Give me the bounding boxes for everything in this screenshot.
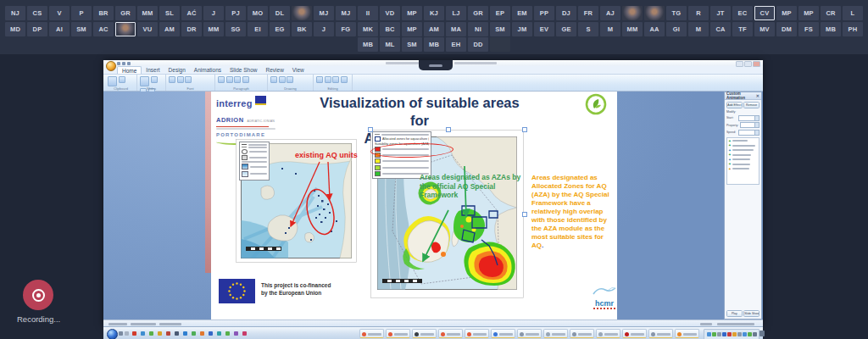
pane-dropdown[interactable] bbox=[740, 122, 760, 128]
participant-tile[interactable]: NI bbox=[468, 22, 488, 36]
quicklaunch-icon[interactable] bbox=[141, 331, 145, 336]
participant-tile[interactable]: BC bbox=[380, 22, 400, 36]
taskbar-window-button[interactable] bbox=[675, 329, 699, 338]
quicklaunch-icon[interactable] bbox=[166, 331, 170, 336]
pane-dropdown[interactable] bbox=[738, 130, 760, 136]
participant-tile[interactable]: MP bbox=[798, 6, 819, 20]
taskbar-window-button[interactable] bbox=[596, 329, 620, 338]
quick-access-toolbar[interactable] bbox=[117, 62, 131, 65]
participant-tile[interactable]: EV bbox=[534, 22, 554, 36]
participant-tile[interactable]: MP bbox=[776, 6, 797, 20]
participant-tile[interactable]: J bbox=[203, 6, 224, 20]
participant-tile[interactable]: TF bbox=[732, 22, 753, 36]
participant-tile[interactable]: AJ bbox=[600, 6, 620, 20]
add-effect-button[interactable]: Add Effect bbox=[726, 102, 743, 108]
participant-tile[interactable]: EH bbox=[446, 37, 466, 52]
participant-tile[interactable]: ML bbox=[380, 37, 400, 52]
participant-tile[interactable]: MP bbox=[402, 22, 422, 36]
taskbar-window-button[interactable] bbox=[386, 329, 410, 338]
slideshow-button[interactable]: Slide Show bbox=[743, 310, 760, 317]
taskbar-window-button[interactable] bbox=[517, 329, 542, 338]
participant-tile[interactable]: SG bbox=[225, 22, 246, 36]
participant-tile[interactable]: FS bbox=[798, 22, 819, 36]
quicklaunch-icon[interactable] bbox=[200, 331, 204, 336]
participant-tile[interactable]: PH bbox=[843, 22, 863, 36]
quicklaunch-icon[interactable] bbox=[209, 331, 213, 336]
participant-tile[interactable]: M bbox=[600, 22, 620, 36]
ribbon-tab-animations[interactable]: Animations bbox=[190, 66, 225, 74]
taskbar-window-button[interactable] bbox=[570, 329, 594, 338]
participant-tile[interactable]: MB bbox=[424, 37, 444, 52]
participant-tile[interactable]: DL bbox=[270, 6, 290, 20]
ribbon-group-editing[interactable]: Editing bbox=[314, 75, 353, 91]
participant-tile[interactable]: MP bbox=[402, 6, 422, 20]
participant-tile[interactable]: KJ bbox=[424, 6, 444, 20]
taskbar-window-button[interactable] bbox=[622, 329, 647, 338]
participant-tile[interactable]: L bbox=[843, 6, 863, 20]
participant-tile[interactable]: R bbox=[688, 6, 709, 20]
folders-icon[interactable] bbox=[125, 331, 129, 336]
participant-tile[interactable]: V bbox=[49, 6, 70, 20]
participant-tile[interactable]: JM bbox=[512, 22, 532, 36]
participant-tile[interactable]: GE bbox=[556, 22, 576, 36]
participant-tile[interactable]: EP bbox=[490, 6, 510, 20]
taskbar-window-button[interactable] bbox=[491, 329, 515, 338]
desktop-peek-icon[interactable] bbox=[760, 331, 765, 336]
participant-empty-tile[interactable] bbox=[490, 37, 510, 52]
quicklaunch-icon[interactable] bbox=[234, 331, 238, 336]
participant-tile[interactable]: MV bbox=[754, 22, 775, 36]
tray-icon[interactable] bbox=[748, 332, 752, 336]
view-buttons[interactable] bbox=[700, 323, 712, 325]
participant-tile[interactable]: SL bbox=[159, 6, 180, 20]
ribbon-tab-insert[interactable]: Insert bbox=[142, 66, 164, 74]
quicklaunch-icon[interactable] bbox=[149, 331, 153, 336]
close-icon[interactable]: ✕ bbox=[756, 93, 760, 98]
participant-tile[interactable]: DD bbox=[468, 37, 488, 52]
quicklaunch-icon[interactable] bbox=[242, 331, 247, 336]
selection-handle[interactable] bbox=[522, 212, 527, 217]
participant-tile[interactable]: CV bbox=[754, 6, 775, 20]
participant-tile[interactable]: FG bbox=[336, 22, 356, 36]
ribbon-group-clipboard[interactable]: Clipboard bbox=[105, 75, 137, 91]
participant-tile[interactable]: EC bbox=[732, 6, 753, 20]
participant-tile[interactable]: MD bbox=[5, 22, 25, 36]
participant-tile[interactable]: MB bbox=[821, 22, 841, 36]
taskbar-window-button[interactable] bbox=[648, 329, 673, 338]
window-controls[interactable] bbox=[736, 61, 760, 67]
participant-tile[interactable]: CR bbox=[821, 6, 841, 20]
participant-tile[interactable]: AM bbox=[424, 22, 444, 36]
participant-tile[interactable]: DP bbox=[27, 22, 47, 36]
quicklaunch-icon[interactable] bbox=[132, 331, 136, 336]
selection-handle[interactable] bbox=[368, 127, 373, 132]
ribbon-tab-view[interactable]: View bbox=[288, 66, 309, 74]
pane-header[interactable]: Custom Animation✕ bbox=[725, 92, 761, 100]
participant-tile[interactable]: P bbox=[71, 6, 92, 20]
selection-handle[interactable] bbox=[446, 127, 451, 132]
quicklaunch-icon[interactable] bbox=[225, 331, 230, 336]
participant-video-tile[interactable] bbox=[115, 22, 136, 36]
participant-tile[interactable]: MJ bbox=[314, 6, 334, 20]
participant-video-tile[interactable] bbox=[292, 6, 312, 20]
participant-tile[interactable]: BK bbox=[292, 22, 312, 36]
participant-tile[interactable]: M bbox=[688, 22, 709, 36]
participant-tile[interactable]: MJ bbox=[336, 6, 356, 20]
participant-tile[interactable]: SM bbox=[71, 22, 92, 36]
remove-effect-button[interactable]: Remove bbox=[743, 102, 760, 108]
participant-tile[interactable]: MK bbox=[358, 22, 378, 36]
quicklaunch-icon[interactable] bbox=[192, 331, 196, 336]
recording-button[interactable] bbox=[23, 280, 53, 310]
participant-tile[interactable]: EM bbox=[512, 6, 532, 20]
participant-tile[interactable]: EI bbox=[248, 22, 268, 36]
participant-tile[interactable]: MM bbox=[622, 22, 643, 36]
selection-handle[interactable] bbox=[522, 127, 527, 132]
participant-tile[interactable]: VU bbox=[137, 22, 158, 36]
animation-list-item[interactable]: ✦ bbox=[728, 167, 758, 172]
office-button[interactable] bbox=[106, 61, 116, 71]
tray-icon[interactable] bbox=[712, 332, 716, 336]
tray-icon[interactable] bbox=[727, 332, 732, 336]
participant-tile[interactable]: BR bbox=[93, 6, 114, 20]
ribbon-tab-review[interactable]: Review bbox=[262, 66, 288, 74]
participant-tile[interactable]: FR bbox=[578, 6, 598, 20]
animation-list[interactable]: ✦✦✦✦✦✦✦ bbox=[726, 137, 760, 185]
meeting-controls-handle[interactable] bbox=[419, 60, 453, 70]
